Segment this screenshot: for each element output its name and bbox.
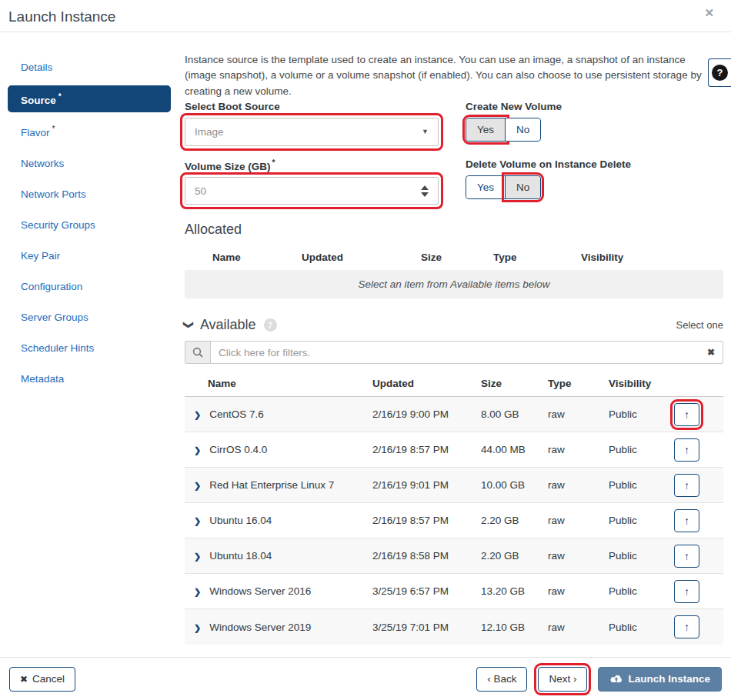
expand-chevron-icon[interactable]: ❯ xyxy=(194,552,201,561)
volume-size-input[interactable]: 50 xyxy=(185,177,439,205)
expand-chevron-icon[interactable]: ❯ xyxy=(194,445,201,455)
sidebar-item-configuration[interactable]: Configuration xyxy=(8,274,171,299)
image-type: raw xyxy=(548,432,609,468)
create-volume-field: Create New Volume Yes No xyxy=(466,101,723,146)
allocate-button[interactable]: ↑ xyxy=(674,615,699,638)
allocate-button[interactable]: ↑ xyxy=(674,438,699,462)
allocated-heading: Allocated xyxy=(185,222,723,238)
allocate-button[interactable]: ↑ xyxy=(674,509,699,532)
sidebar-item-flavor[interactable]: Flavor* xyxy=(8,118,171,145)
image-name: CirrOS 0.4.0 xyxy=(209,444,267,455)
next-button[interactable]: Next › xyxy=(538,667,587,692)
expand-chevron-icon[interactable]: ❯ xyxy=(194,516,201,525)
sidebar-item-source[interactable]: Source* xyxy=(8,85,171,113)
select-one-hint: Select one xyxy=(676,319,723,331)
cloud-upload-icon xyxy=(609,674,623,684)
allocated-table: Name Updated Size Type Visibility Select… xyxy=(185,247,723,298)
allocate-button[interactable]: ↑ xyxy=(674,580,699,603)
footer-actions: ‹ Back Next › Launch Instance xyxy=(476,667,722,692)
close-icon[interactable]: ✕ xyxy=(704,6,714,20)
available-heading: Available xyxy=(200,317,256,333)
delete-volume-toggle: Yes No xyxy=(466,175,541,199)
image-type: raw xyxy=(548,574,609,609)
image-type: raw xyxy=(548,538,609,574)
allocate-button[interactable]: ↑ xyxy=(674,545,699,568)
sidebar-item-networks[interactable]: Networks xyxy=(8,151,171,176)
image-visibility: Public xyxy=(609,538,674,574)
image-visibility: Public xyxy=(609,503,674,538)
source-form: Select Boot Source Image ▼ Create New Vo… xyxy=(185,101,723,205)
image-type: raw xyxy=(548,468,609,503)
dialog-footer: ✖ Cancel ‹ Back Next › Launch Instance xyxy=(0,657,731,700)
image-name: Ubuntu 16.04 xyxy=(209,515,272,526)
clear-filter-icon[interactable]: ✖ xyxy=(707,347,715,358)
allocate-button[interactable]: ↑ xyxy=(674,403,699,426)
volume-size-label: Volume Size (GB)* xyxy=(185,158,439,172)
sidebar-item-scheduler-hints[interactable]: Scheduler Hints xyxy=(8,335,171,361)
delete-volume-field: Delete Volume on Instance Delete Yes No xyxy=(466,158,723,205)
allocate-button[interactable]: ↑ xyxy=(674,474,699,497)
image-updated: 2/16/19 8:58 PM xyxy=(372,538,481,574)
available-count-badge: 7 xyxy=(264,318,277,332)
launch-instance-dialog: Launch Instance ✕ ? Details Source* Flav… xyxy=(0,0,731,700)
sidebar-item-key-pair[interactable]: Key Pair xyxy=(8,243,171,268)
image-updated: 2/16/19 8:57 PM xyxy=(372,432,481,468)
help-button[interactable]: ? xyxy=(708,58,731,87)
number-spinner-icon[interactable] xyxy=(421,185,429,197)
cancel-x-icon: ✖ xyxy=(20,674,28,685)
expand-chevron-icon[interactable]: ❯ xyxy=(194,481,201,490)
expand-chevron-icon[interactable]: ❯ xyxy=(194,410,201,419)
image-type: raw xyxy=(548,503,609,538)
dialog-title: Launch Instance xyxy=(0,0,731,25)
allocated-col-type: Type xyxy=(493,247,581,270)
image-row-winserver2019: ❯Windows Server 2019 3/25/19 7:01 PM 12.… xyxy=(185,609,723,645)
delete-volume-label: Delete Volume on Instance Delete xyxy=(466,158,723,170)
delete-volume-yes-button[interactable]: Yes xyxy=(466,176,506,198)
sidebar-item-server-groups[interactable]: Server Groups xyxy=(8,305,171,330)
search-icon[interactable] xyxy=(185,342,211,363)
filter-input[interactable] xyxy=(211,342,707,363)
expand-chevron-icon[interactable]: ❯ xyxy=(194,623,201,632)
image-type: raw xyxy=(548,609,609,645)
allocated-col-name: Name xyxy=(185,247,302,270)
launch-instance-button[interactable]: Launch Instance xyxy=(598,667,722,692)
available-col-type: Type xyxy=(548,373,609,397)
cancel-button[interactable]: ✖ Cancel xyxy=(9,667,75,692)
sidebar-item-details[interactable]: Details xyxy=(8,52,171,80)
sidebar-item-security-groups[interactable]: Security Groups xyxy=(8,212,171,238)
allocated-header-row: Name Updated Size Type Visibility xyxy=(185,247,723,270)
create-volume-yes-button[interactable]: Yes xyxy=(466,118,506,141)
delete-volume-no-button[interactable]: No xyxy=(506,176,540,198)
image-name: Ubuntu 18.04 xyxy=(209,550,272,562)
sidebar-item-network-ports[interactable]: Network Ports xyxy=(8,182,171,207)
source-panel: Instance source is the template used to … xyxy=(185,52,723,645)
expand-chevron-icon[interactable]: ❯ xyxy=(194,587,201,596)
boot-source-label: Select Boot Source xyxy=(185,101,439,112)
volume-size-value: 50 xyxy=(195,185,421,197)
boot-source-select[interactable]: Image ▼ xyxy=(185,118,439,146)
allocated-col-visibility: Visibility xyxy=(581,247,723,270)
back-button[interactable]: ‹ Back xyxy=(476,667,527,692)
sidebar-item-metadata[interactable]: Metadata xyxy=(8,366,171,392)
allocated-col-updated: Updated xyxy=(302,247,421,270)
image-visibility: Public xyxy=(609,468,674,503)
boot-source-field: Select Boot Source Image ▼ xyxy=(185,101,439,146)
image-name: Red Hat Enterprise Linux 7 xyxy=(209,479,334,491)
create-volume-label: Create New Volume xyxy=(466,101,723,112)
available-section-header: ❯ Available 7 Select one xyxy=(185,317,723,333)
image-size: 13.20 GB xyxy=(481,574,548,609)
image-row-rhel7: ❯Red Hat Enterprise Linux 7 2/16/19 9:01… xyxy=(185,468,723,503)
image-size: 10.00 GB xyxy=(481,468,548,503)
wizard-nav: Details Source* Flavor* Networks Network… xyxy=(0,52,185,645)
available-col-actions xyxy=(674,373,723,397)
question-circle-icon: ? xyxy=(712,65,728,81)
image-name: Windows Server 2016 xyxy=(209,585,311,597)
available-header-row: Name Updated Size Type Visibility xyxy=(185,373,723,397)
image-name: CentOS 7.6 xyxy=(209,408,264,420)
image-row-ubuntu1804: ❯Ubuntu 18.04 2/16/19 8:58 PM 2.20 GB ra… xyxy=(185,538,723,574)
image-row-cirros: ❯CirrOS 0.4.0 2/16/19 8:57 PM 44.00 MB r… xyxy=(185,432,723,468)
chevron-down-icon: ▼ xyxy=(422,128,429,135)
image-size: 8.00 GB xyxy=(481,397,548,432)
create-volume-no-button[interactable]: No xyxy=(506,118,540,141)
collapse-chevron-icon[interactable]: ❯ xyxy=(183,321,195,329)
